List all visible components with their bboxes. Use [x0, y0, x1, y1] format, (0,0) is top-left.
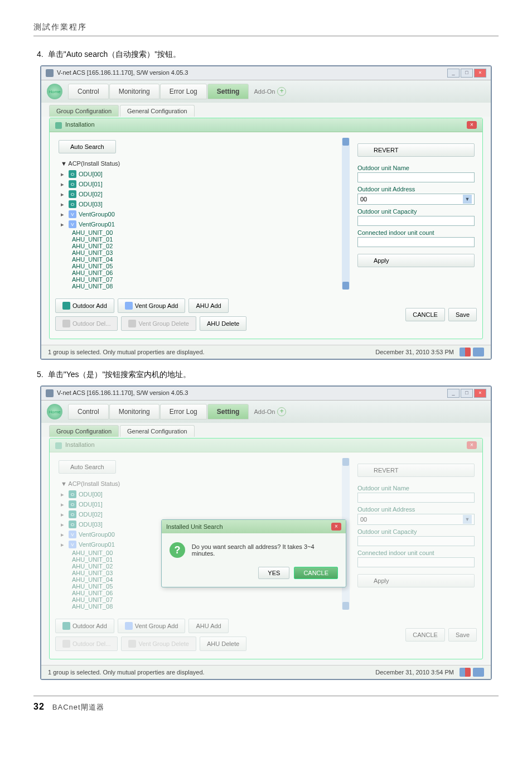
yes-button[interactable]: YES: [258, 567, 289, 579]
vent-icon: V: [69, 541, 76, 548]
tree-item[interactable]: ▸OODU[02]: [61, 189, 334, 199]
tab-addon[interactable]: Add-On+: [249, 85, 291, 98]
tree-leaf[interactable]: AHU_UNIT_07: [72, 276, 334, 283]
outdoor-capacity-input[interactable]: [357, 216, 475, 226]
tree-item[interactable]: ▸VVentGroup00: [61, 209, 334, 219]
cancle-button[interactable]: CANCLE: [405, 628, 445, 642]
tree-leaf[interactable]: AHU_UNIT_07: [72, 596, 334, 603]
cancle-button[interactable]: CANCLE: [294, 567, 338, 579]
dialog-close-icon[interactable]: ×: [331, 523, 341, 531]
apply-button[interactable]: Apply: [357, 254, 475, 267]
home-icon[interactable]: Home: [47, 404, 62, 420]
scrollbar[interactable]: [342, 138, 350, 290]
tree-leaf[interactable]: AHU_UNIT_00: [72, 229, 334, 236]
tree-leaf[interactable]: AHU_UNIT_03: [72, 249, 334, 256]
app-window-2: V-net ACS [165.186.11.170], S/W version …: [40, 385, 492, 680]
ahu-delete-button[interactable]: AHU Delete: [200, 316, 246, 331]
vent-group-add-button[interactable]: Vent Group Add: [118, 619, 186, 633]
tab-errorlog[interactable]: Error Log: [160, 84, 207, 99]
subtab-group[interactable]: Group Configuration: [49, 425, 119, 437]
step-5: 5.单击"Yes（是）"按钮搜索室内机的地址。: [37, 370, 499, 380]
connected-count-input[interactable]: [357, 557, 475, 567]
outdoor-del-button[interactable]: Outdoor Del...: [55, 316, 118, 331]
outdoor-capacity-input[interactable]: [357, 536, 475, 546]
tab-setting[interactable]: Setting: [207, 404, 249, 420]
page-header: 測試作業程序: [33, 22, 499, 36]
tree-leaf[interactable]: AHU_UNIT_05: [72, 263, 334, 269]
outdoor-address-select[interactable]: 00▼: [357, 194, 475, 205]
vent-group-del-button[interactable]: Vent Group Delete: [121, 316, 196, 331]
connected-count-input[interactable]: [357, 237, 475, 247]
save-button[interactable]: Save: [448, 628, 477, 642]
properties-panel: REVERT Outdoor unit Name Outdoor unit Ad…: [357, 458, 477, 610]
home-icon[interactable]: Home: [47, 84, 62, 99]
odu-icon: O: [69, 170, 76, 178]
vent-icon: [125, 622, 133, 630]
tree-item[interactable]: ▸OODU[00]: [61, 489, 334, 499]
ahu-add-button[interactable]: AHU Add: [188, 619, 228, 633]
apply-button[interactable]: Apply: [357, 574, 475, 587]
tree-item[interactable]: ▸OODU[01]: [61, 179, 334, 189]
outdoor-name-input[interactable]: [357, 172, 475, 182]
tree-item[interactable]: ▸OODU[00]: [61, 169, 334, 179]
minimize-button[interactable]: _: [447, 69, 460, 78]
subtab-general[interactable]: General Configuration: [120, 425, 195, 437]
breadcrumb: 測試作業程序: [33, 22, 499, 32]
tree-leaf[interactable]: AHU_UNIT_01: [72, 236, 334, 243]
vent-group-add-button[interactable]: Vent Group Add: [118, 298, 186, 313]
statusbar: 1 group is selected. Only mutual propert…: [41, 345, 491, 359]
save-button[interactable]: Save: [448, 308, 477, 321]
tree-item[interactable]: ▸VVentGroup01: [61, 219, 334, 229]
vent-group-del-button[interactable]: Vent Group Delete: [121, 637, 196, 651]
app-icon: [46, 389, 54, 397]
minimize-button[interactable]: _: [447, 389, 460, 398]
tree-leaf[interactable]: AHU_UNIT_08: [72, 603, 334, 610]
nav-tabs: Home Control Monitoring Error Log Settin…: [41, 401, 491, 423]
tab-monitoring[interactable]: Monitoring: [109, 404, 159, 420]
odu-icon: [62, 622, 70, 630]
cancle-button[interactable]: CANCLE: [405, 308, 445, 321]
tree-leaf[interactable]: AHU_UNIT_06: [72, 590, 334, 596]
tab-control[interactable]: Control: [68, 84, 109, 99]
maximize-button[interactable]: □: [461, 389, 473, 398]
close-button[interactable]: ×: [474, 389, 486, 398]
revert-button[interactable]: REVERT: [357, 143, 475, 157]
ahu-delete-button[interactable]: AHU Delete: [200, 637, 246, 651]
tree-leaf[interactable]: AHU_UNIT_06: [72, 269, 334, 276]
step-4: 4.单击"Auto search（自动搜索）"按钮。: [37, 50, 499, 60]
outdoor-del-button[interactable]: Outdoor Del...: [55, 637, 118, 651]
panel-title: Installation: [65, 441, 95, 448]
outdoor-address-select[interactable]: 00▼: [357, 514, 475, 525]
tree-item[interactable]: ▸OODU[01]: [61, 499, 334, 509]
tree-leaf[interactable]: AHU_UNIT_02: [72, 243, 334, 249]
outdoor-add-button[interactable]: Outdoor Add: [55, 619, 114, 633]
tree-leaf[interactable]: AHU_UNIT_04: [72, 256, 334, 263]
tree-item[interactable]: ▸OODU[03]: [61, 199, 334, 209]
auto-search-button[interactable]: Auto Search: [59, 460, 116, 474]
auto-search-button[interactable]: Auto Search: [59, 140, 116, 153]
tree-item[interactable]: ▸OODU[02]: [61, 509, 334, 519]
properties-panel: REVERT Outdoor unit Name Outdoor unit Ad…: [357, 138, 477, 290]
status-icon: [460, 348, 471, 356]
panel-close-icon[interactable]: ×: [467, 441, 477, 449]
statusbar: 1 group is selected. Only mutual propert…: [41, 665, 491, 679]
tab-control[interactable]: Control: [68, 404, 109, 420]
ahu-add-button[interactable]: AHU Add: [188, 298, 228, 313]
tab-monitoring[interactable]: Monitoring: [109, 84, 159, 99]
revert-button[interactable]: REVERT: [357, 464, 475, 477]
odu-icon: O: [69, 510, 76, 518]
vent-icon: V: [69, 210, 76, 218]
panel-close-icon[interactable]: ×: [467, 121, 477, 129]
subtab-general[interactable]: General Configuration: [120, 105, 195, 117]
tab-addon[interactable]: Add-On+: [249, 405, 291, 418]
question-icon: ?: [170, 542, 185, 558]
close-button[interactable]: ×: [474, 69, 486, 78]
outdoor-name-input[interactable]: [357, 493, 475, 503]
tree-leaf[interactable]: AHU_UNIT_08: [72, 283, 334, 290]
outdoor-add-button[interactable]: Outdoor Add: [55, 298, 114, 313]
maximize-button[interactable]: □: [461, 69, 473, 78]
tab-setting[interactable]: Setting: [207, 84, 249, 99]
tab-errorlog[interactable]: Error Log: [160, 404, 207, 420]
subtab-group[interactable]: Group Configuration: [49, 105, 119, 117]
odu-icon: O: [69, 200, 76, 208]
